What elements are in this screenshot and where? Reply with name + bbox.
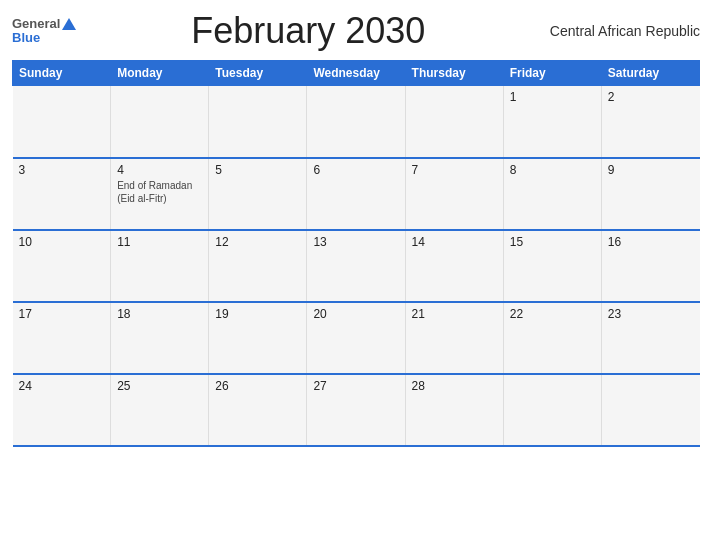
logo-general-text: General [12,17,60,31]
calendar-cell [209,86,307,158]
calendar-cell: 1 [503,86,601,158]
day-number: 19 [215,307,300,321]
day-number: 23 [608,307,694,321]
day-number: 21 [412,307,497,321]
calendar-week-row: 17181920212223 [13,302,700,374]
day-of-week-header: Friday [503,61,601,86]
calendar-cell: 21 [405,302,503,374]
day-number: 27 [313,379,398,393]
day-number: 9 [608,163,694,177]
logo-blue-text: Blue [12,31,76,45]
day-number: 22 [510,307,595,321]
calendar-table: SundayMondayTuesdayWednesdayThursdayFrid… [12,60,700,447]
calendar-cell: 9 [601,158,699,230]
calendar-cell: 12 [209,230,307,302]
day-number: 13 [313,235,398,249]
calendar-cell: 19 [209,302,307,374]
calendar-title: February 2030 [76,10,540,52]
calendar-cell: 6 [307,158,405,230]
calendar-cell: 15 [503,230,601,302]
calendar-cell [405,86,503,158]
day-number: 11 [117,235,202,249]
calendar-cell: 11 [111,230,209,302]
day-number: 3 [19,163,105,177]
calendar-cell: 7 [405,158,503,230]
calendar-cell: 17 [13,302,111,374]
calendar-cell: 23 [601,302,699,374]
day-of-week-header: Thursday [405,61,503,86]
days-of-week-row: SundayMondayTuesdayWednesdayThursdayFrid… [13,61,700,86]
calendar-cell: 13 [307,230,405,302]
calendar-week-row: 10111213141516 [13,230,700,302]
page: General Blue February 2030 Central Afric… [0,0,712,550]
calendar-cell [111,86,209,158]
calendar-cell: 20 [307,302,405,374]
calendar-cell: 24 [13,374,111,446]
country-label: Central African Republic [540,23,700,39]
day-number: 15 [510,235,595,249]
day-number: 12 [215,235,300,249]
day-number: 7 [412,163,497,177]
calendar-cell: 28 [405,374,503,446]
calendar-event: End of Ramadan (Eid al-Fitr) [117,179,202,205]
day-number: 25 [117,379,202,393]
day-number: 18 [117,307,202,321]
logo: General Blue [12,17,76,46]
calendar-cell: 3 [13,158,111,230]
day-of-week-header: Saturday [601,61,699,86]
day-number: 14 [412,235,497,249]
day-number: 28 [412,379,497,393]
day-of-week-header: Sunday [13,61,111,86]
calendar-week-row: 2425262728 [13,374,700,446]
calendar-cell [503,374,601,446]
day-number: 16 [608,235,694,249]
calendar-cell: 2 [601,86,699,158]
calendar-week-row: 12 [13,86,700,158]
day-of-week-header: Tuesday [209,61,307,86]
day-number: 5 [215,163,300,177]
calendar-cell: 25 [111,374,209,446]
calendar-cell: 27 [307,374,405,446]
day-of-week-header: Wednesday [307,61,405,86]
calendar-cell: 10 [13,230,111,302]
day-number: 24 [19,379,105,393]
day-of-week-header: Monday [111,61,209,86]
day-number: 20 [313,307,398,321]
day-number: 26 [215,379,300,393]
calendar-cell: 16 [601,230,699,302]
calendar-cell [307,86,405,158]
calendar-cell [13,86,111,158]
day-number: 17 [19,307,105,321]
logo-triangle-icon [62,18,76,30]
day-number: 8 [510,163,595,177]
calendar-cell: 18 [111,302,209,374]
calendar-cell: 22 [503,302,601,374]
calendar-week-row: 34End of Ramadan (Eid al-Fitr)56789 [13,158,700,230]
calendar-cell [601,374,699,446]
calendar-cell: 14 [405,230,503,302]
calendar-cell: 4End of Ramadan (Eid al-Fitr) [111,158,209,230]
day-number: 6 [313,163,398,177]
calendar-cell: 5 [209,158,307,230]
calendar-cell: 26 [209,374,307,446]
day-number: 10 [19,235,105,249]
day-number: 4 [117,163,202,177]
header: General Blue February 2030 Central Afric… [12,10,700,52]
day-number: 2 [608,90,694,104]
day-number: 1 [510,90,595,104]
calendar-cell: 8 [503,158,601,230]
